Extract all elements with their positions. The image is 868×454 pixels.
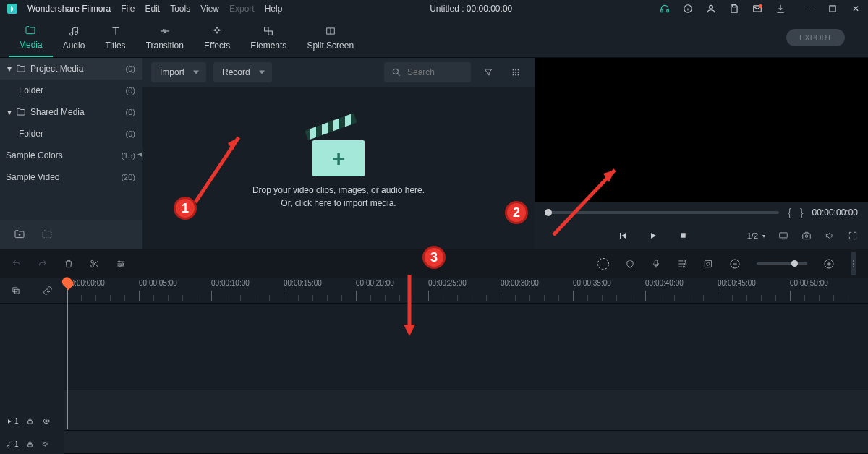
- window-maximize-icon[interactable]: [827, 4, 838, 14]
- app-name: Wondershare Filmora: [27, 4, 111, 14]
- zoom-ratio-dropdown[interactable]: 1/2 ▾: [747, 231, 765, 240]
- adjust-icon[interactable]: [116, 259, 126, 269]
- tab-titles[interactable]: Titles: [95, 19, 135, 56]
- snapshot-icon[interactable]: [801, 231, 812, 241]
- sparkle-icon: [210, 25, 224, 38]
- video-track-header[interactable]: 1: [0, 376, 64, 431]
- timeline-ruler-area[interactable]: 00:00:00:0000:00:05:0000:00:10:0000:00:1…: [64, 278, 868, 454]
- svg-point-21: [515, 72, 516, 73]
- marker-flag-icon[interactable]: [625, 259, 635, 269]
- svg-point-25: [518, 74, 519, 76]
- menu-view[interactable]: View: [200, 4, 219, 14]
- svg-rect-55: [27, 421, 32, 424]
- timeline-empty-track[interactable]: [64, 304, 868, 390]
- sidebar-collapse-icon[interactable]: ◀: [136, 147, 143, 160]
- render-icon[interactable]: [597, 258, 609, 270]
- zoom-in-icon[interactable]: [823, 258, 835, 270]
- undo-icon[interactable]: [12, 259, 22, 269]
- keyframe-icon[interactable]: [703, 259, 713, 269]
- folder-outline-icon[interactable]: [41, 228, 54, 240]
- video-track-lane[interactable]: [64, 390, 868, 431]
- redo-icon[interactable]: [38, 259, 48, 269]
- count-badge: (0): [126, 86, 135, 95]
- speaker-icon[interactable]: [41, 440, 50, 448]
- record-dropdown[interactable]: Record: [213, 62, 272, 82]
- tab-split-screen[interactable]: Split Screen: [297, 19, 364, 56]
- menu-tools[interactable]: Tools: [170, 4, 190, 14]
- fullscreen-icon[interactable]: [848, 231, 858, 241]
- caret-down-icon: ▾: [7, 64, 12, 74]
- save-icon[interactable]: [729, 4, 739, 14]
- mail-icon[interactable]: [752, 4, 762, 14]
- export-button[interactable]: EXPORT: [786, 29, 845, 46]
- lock-icon[interactable]: [26, 440, 34, 448]
- audio-track-lane[interactable]: [64, 431, 868, 454]
- search-input[interactable]: [407, 67, 458, 77]
- eye-icon[interactable]: [41, 417, 51, 425]
- window-minimize-icon[interactable]: ─: [804, 4, 814, 14]
- marker-number: 2: [513, 205, 520, 220]
- title-bar: Wondershare Filmora File Edit Tools View…: [0, 0, 868, 17]
- sidebar-item-shared-media[interactable]: ▾ Shared Media (0): [0, 101, 142, 123]
- track-index: 1: [14, 440, 19, 448]
- delete-icon[interactable]: [64, 259, 74, 269]
- menu-help[interactable]: Help: [265, 4, 283, 14]
- sidebar-item-folder-1[interactable]: Folder (0): [0, 80, 142, 101]
- headset-icon[interactable]: [660, 4, 670, 14]
- sidebar-item-sample-colors[interactable]: Sample Colors (15): [0, 145, 142, 166]
- dropzone-text-2: Or, click here to import media.: [281, 198, 396, 208]
- lock-icon[interactable]: [26, 417, 34, 425]
- svg-point-56: [45, 420, 47, 422]
- audio-track-header[interactable]: 1: [0, 431, 64, 454]
- tab-elements[interactable]: Elements: [240, 19, 297, 56]
- new-folder-icon[interactable]: [13, 228, 26, 240]
- timeline-ruler[interactable]: 00:00:00:0000:00:05:0000:00:10:0000:00:1…: [64, 278, 868, 304]
- tab-effects[interactable]: Effects: [194, 19, 240, 56]
- sidebar-label: Sample Video: [6, 172, 60, 182]
- import-dropdown[interactable]: Import: [151, 62, 206, 82]
- window-close-icon[interactable]: ✕: [851, 4, 861, 14]
- stop-icon[interactable]: [679, 231, 687, 240]
- menu-file[interactable]: File: [121, 4, 135, 14]
- menu-edit[interactable]: Edit: [145, 4, 161, 14]
- svg-point-10: [75, 31, 77, 34]
- svg-point-19: [518, 69, 519, 71]
- timeline-copy-icon[interactable]: [11, 286, 21, 296]
- timeline-playhead[interactable]: [67, 278, 68, 429]
- sidebar-item-sample-video[interactable]: Sample Video (20): [0, 166, 142, 188]
- audio-mixer-icon[interactable]: [677, 259, 687, 269]
- count-badge: (20): [121, 173, 135, 181]
- filter-icon[interactable]: [478, 62, 498, 82]
- timeline-link-icon[interactable]: [43, 286, 53, 296]
- count-badge: (0): [126, 108, 135, 116]
- download-icon[interactable]: [775, 4, 786, 14]
- voiceover-icon[interactable]: [651, 259, 661, 269]
- tab-elements-label: Elements: [250, 40, 286, 51]
- quality-icon[interactable]: [778, 231, 788, 241]
- zoom-slider[interactable]: [757, 262, 807, 265]
- svg-line-16: [398, 74, 400, 76]
- menu-export[interactable]: Export: [229, 4, 255, 14]
- svg-point-44: [683, 265, 684, 267]
- panel-drag-handle-icon[interactable]: [851, 252, 856, 275]
- grid-view-icon[interactable]: [506, 62, 526, 82]
- sidebar-item-project-media[interactable]: ▾ Project Media (0): [0, 58, 142, 80]
- mark-out-icon[interactable]: }: [800, 207, 804, 218]
- tab-audio[interactable]: Audio: [53, 19, 95, 56]
- svg-point-9: [70, 33, 73, 35]
- play-icon[interactable]: [649, 231, 658, 240]
- info-icon[interactable]: [683, 4, 693, 14]
- tab-media-label: Media: [19, 40, 43, 50]
- annotation-arrow-2: [542, 159, 629, 246]
- sidebar-item-folder-2[interactable]: Folder (0): [0, 123, 142, 145]
- sidebar-label: Sample Colors: [6, 150, 63, 160]
- tab-split-label: Split Screen: [307, 40, 354, 51]
- zoom-out-icon[interactable]: [729, 258, 741, 270]
- volume-icon[interactable]: [825, 231, 835, 241]
- tab-transition[interactable]: Transition: [136, 19, 194, 56]
- tab-media[interactable]: Media: [9, 18, 53, 57]
- mark-in-icon[interactable]: {: [788, 207, 791, 218]
- search-box[interactable]: [384, 62, 471, 82]
- split-clip-icon[interactable]: [90, 259, 100, 269]
- user-icon[interactable]: [706, 4, 716, 14]
